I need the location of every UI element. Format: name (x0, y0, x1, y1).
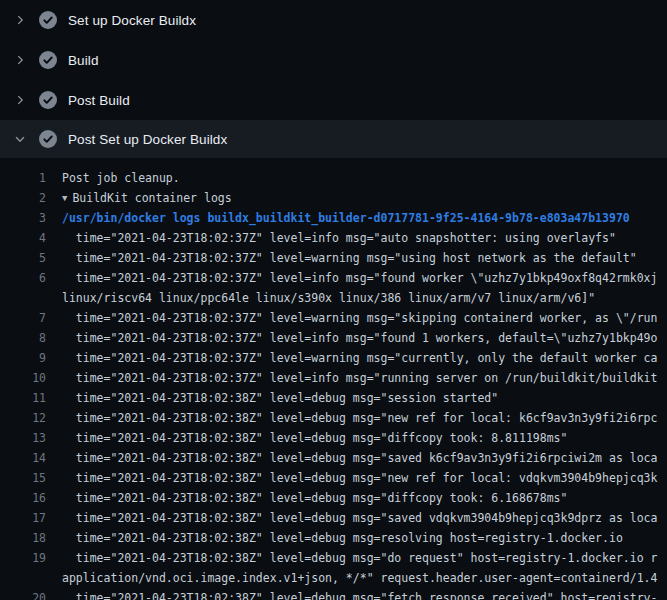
step-row[interactable]: Post Set up Docker Buildx (0, 120, 667, 158)
line-text: linux/riscv64 linux/ppc64le linux/s390x … (62, 288, 595, 308)
line-text: time="2021-04-23T18:02:38Z" level=debug … (62, 588, 657, 600)
line-number[interactable]: 13 (0, 428, 46, 448)
line-number[interactable]: 18 (0, 528, 46, 548)
line-number[interactable]: 8 (0, 328, 46, 348)
line-number[interactable]: 1 (0, 168, 46, 188)
chevron-right-icon (13, 93, 27, 107)
line-text: time="2021-04-23T18:02:38Z" level=debug … (62, 408, 657, 428)
log-line: 8 time="2021-04-23T18:02:37Z" level=info… (0, 328, 667, 348)
log-line: 5 time="2021-04-23T18:02:37Z" level=warn… (0, 248, 667, 268)
check-circle-icon (39, 11, 57, 29)
line-text: Post job cleanup. (62, 168, 180, 188)
step-label: Set up Docker Buildx (68, 13, 196, 28)
step-row[interactable]: Post Build (0, 80, 667, 120)
log-line: 12 time="2021-04-23T18:02:38Z" level=deb… (0, 408, 667, 428)
line-text: time="2021-04-23T18:02:38Z" level=debug … (62, 488, 567, 508)
line-number[interactable]: 11 (0, 388, 46, 408)
line-text: time="2021-04-23T18:02:38Z" level=debug … (62, 528, 623, 548)
line-number[interactable]: 6 (0, 268, 46, 288)
line-number[interactable]: 20 (0, 588, 46, 600)
line-text: time="2021-04-23T18:02:38Z" level=debug … (62, 508, 657, 528)
line-number[interactable]: 10 (0, 368, 46, 388)
log-area: 1 Post job cleanup. 2 ▼BuildKit containe… (0, 158, 667, 600)
step-label: Post Set up Docker Buildx (68, 132, 227, 147)
line-text: time="2021-04-23T18:02:37Z" level=info m… (62, 228, 616, 248)
log-line: 1 Post job cleanup. (0, 168, 667, 188)
line-number[interactable]: 2 (0, 188, 46, 208)
log-line: 13 time="2021-04-23T18:02:38Z" level=deb… (0, 428, 667, 448)
check-circle-icon (39, 91, 57, 109)
group-title: BuildKit container logs (72, 188, 231, 208)
line-text: time="2021-04-23T18:02:37Z" level=warnin… (62, 308, 657, 328)
line-number[interactable]: 4 (0, 228, 46, 248)
log-line: 20 time="2021-04-23T18:02:38Z" level=deb… (0, 588, 667, 600)
step-label: Post Build (68, 93, 130, 108)
line-number[interactable]: 19 (0, 548, 46, 568)
log-line: 6 time="2021-04-23T18:02:37Z" level=info… (0, 268, 667, 288)
line-number[interactable]: 9 (0, 348, 46, 368)
step-row[interactable]: Build (0, 40, 667, 80)
line-number[interactable]: 12 (0, 408, 46, 428)
line-text: time="2021-04-23T18:02:37Z" level=warnin… (62, 348, 657, 368)
line-text: time="2021-04-23T18:02:37Z" level=warnin… (62, 248, 637, 268)
log-line: 16 time="2021-04-23T18:02:38Z" level=deb… (0, 488, 667, 508)
log-line: 7 time="2021-04-23T18:02:37Z" level=warn… (0, 308, 667, 328)
line-text: time="2021-04-23T18:02:38Z" level=debug … (62, 448, 657, 468)
line-text: time="2021-04-23T18:02:38Z" level=debug … (62, 428, 567, 448)
log-line: 10 time="2021-04-23T18:02:37Z" level=inf… (0, 368, 667, 388)
log-line: 11 time="2021-04-23T18:02:38Z" level=deb… (0, 388, 667, 408)
line-text: ▼BuildKit container logs (62, 188, 232, 208)
log-line: 3 /usr/bin/docker logs buildx_buildkit_b… (0, 208, 667, 228)
actions-log-viewer: Set up Docker Buildx Build P (0, 0, 667, 600)
line-number[interactable]: 15 (0, 468, 46, 488)
line-text: /usr/bin/docker logs buildx_buildkit_bui… (62, 208, 630, 228)
log-line: 17 time="2021-04-23T18:02:38Z" level=deb… (0, 508, 667, 528)
line-text: time="2021-04-23T18:02:38Z" level=debug … (62, 468, 657, 488)
line-number[interactable]: 7 (0, 308, 46, 328)
line-text: time="2021-04-23T18:02:37Z" level=info m… (62, 328, 657, 348)
log-line: 14 time="2021-04-23T18:02:38Z" level=deb… (0, 448, 667, 468)
line-text: time="2021-04-23T18:02:38Z" level=debug … (62, 388, 498, 408)
step-row[interactable]: Set up Docker Buildx (0, 0, 667, 40)
line-number[interactable]: 16 (0, 488, 46, 508)
log-line[interactable]: 2 ▼BuildKit container logs (0, 188, 667, 208)
line-number (0, 568, 46, 588)
line-text: time="2021-04-23T18:02:37Z" level=info m… (62, 268, 657, 288)
line-text: time="2021-04-23T18:02:38Z" level=debug … (62, 548, 657, 568)
triangle-down-icon: ▼ (62, 188, 67, 208)
log-line: 9 time="2021-04-23T18:02:37Z" level=warn… (0, 348, 667, 368)
chevron-right-icon (13, 13, 27, 27)
log-line: 15 time="2021-04-23T18:02:38Z" level=deb… (0, 468, 667, 488)
line-number (0, 288, 46, 308)
line-number[interactable]: 5 (0, 248, 46, 268)
line-number[interactable]: 3 (0, 208, 46, 228)
chevron-down-icon (13, 132, 27, 146)
log-line: 19 time="2021-04-23T18:02:38Z" level=deb… (0, 548, 667, 568)
chevron-right-icon (13, 53, 27, 67)
check-circle-icon (39, 51, 57, 69)
line-number[interactable]: 17 (0, 508, 46, 528)
step-label: Build (68, 53, 99, 68)
line-number[interactable]: 14 (0, 448, 46, 468)
log-line: 18 time="2021-04-23T18:02:38Z" level=deb… (0, 528, 667, 548)
log-line: linux/riscv64 linux/ppc64le linux/s390x … (0, 288, 667, 308)
steps-list: Set up Docker Buildx Build P (0, 0, 667, 158)
log-line: application/vnd.oci.image.index.v1+json,… (0, 568, 667, 588)
log-line: 4 time="2021-04-23T18:02:37Z" level=info… (0, 228, 667, 248)
line-text: application/vnd.oci.image.index.v1+json,… (62, 568, 657, 588)
line-text: time="2021-04-23T18:02:37Z" level=info m… (62, 368, 657, 388)
check-circle-icon (39, 130, 57, 148)
